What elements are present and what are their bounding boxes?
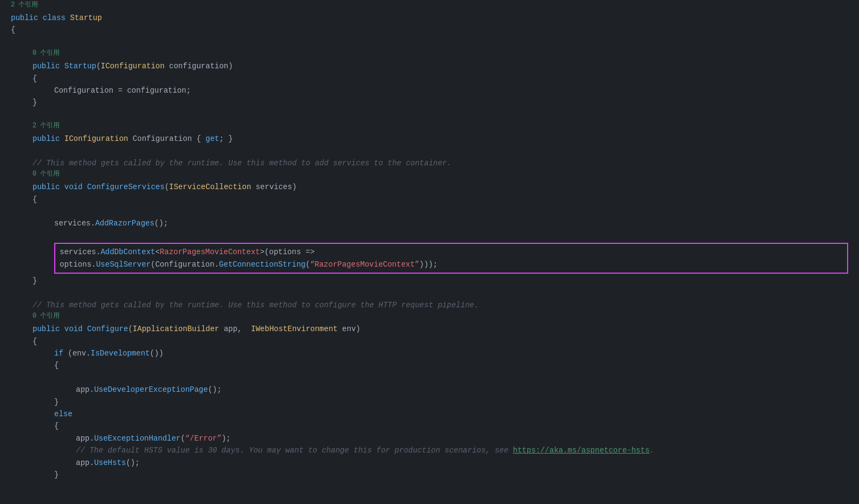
ref-count-4: 0 个引用 [0,169,859,181]
ref-count-label-4: 0 个引用 [33,169,60,179]
class-declaration: public class Startup [0,12,859,24]
hsts-link[interactable]: https://aka.ms/aspnetcore-hsts [513,444,650,456]
configure-declaration: public void Configure(IApplicationBuilde… [0,323,859,335]
comment-line-3: // The default HSTS value is 30 days. Yo… [0,444,859,456]
use-hsts-stmt: app.UseHsts(); [0,457,859,469]
brace-close-else: } [0,469,859,481]
ref-count-label-5: 0 个引用 [33,311,60,321]
blank-line-2 [0,109,859,121]
ref-count-2: 0 个引用 [0,48,859,60]
class-name-startup: Startup [70,12,102,24]
constructor-declaration: public Startup(IConfiguration configurat… [0,60,859,72]
comment-line-2: // This method gets called by the runtim… [0,299,859,311]
ref-count-label-2: 0 个引用 [33,48,60,59]
highlighted-code-block: services.AddDbContext<RazorPagesMovieCon… [54,243,848,274]
comment-line-1: // This method gets called by the runtim… [0,157,859,169]
use-exception-handler-stmt: app.UseExceptionHandler(“/Error”); [0,432,859,444]
blank-line-3 [0,145,859,157]
brace-open-else: { [0,420,859,432]
brace-open-configure: { [0,335,859,347]
assignment-stmt: Configuration = configuration; [0,85,859,96]
blank-line-6 [0,287,859,299]
keyword-class: class [43,12,70,24]
brace-close-configure-services: } [0,275,859,287]
brace-open-ctor: { [0,73,859,85]
ref-count-5: 0 个引用 [0,311,859,323]
add-razor-pages-stmt: services.AddRazorPages(); [0,217,859,229]
if-statement: if (env.IsDevelopment()) [0,347,859,359]
brace-open-if: { [0,359,859,371]
blank-line-4 [0,205,859,217]
blank-line-7 [0,372,859,384]
brace-close-if: } [0,396,859,408]
ref-count-label-3: 2 个引用 [33,121,60,131]
ref-count-label-1: 2 个引用 [11,0,38,10]
brace-open-configure-services: { [0,193,859,205]
brace-close-ctor: } [0,96,859,108]
blank-line-1 [0,36,859,48]
keyword-public: public [11,12,43,24]
configure-services-declaration: public void ConfigureServices(IServiceCo… [0,181,859,193]
else-statement: else [0,408,859,420]
use-dev-exception-stmt: app.UseDeveloperExceptionPage(); [0,384,859,396]
highlighted-line-1: services.AddDbContext<RazorPagesMovieCon… [60,246,843,258]
brace-open-class: { [0,24,859,36]
highlighted-line-2: options.UseSqlServer(Configuration.GetCo… [60,259,843,270]
ref-count-3: 2 个引用 [0,121,859,133]
code-editor: 2 个引用 public class Startup { 0 个引用 publi… [0,0,859,504]
blank-line-5 [0,230,859,242]
ref-count-1: 2 个引用 [0,0,859,12]
property-declaration: public IConfiguration Configuration { ge… [0,133,859,145]
